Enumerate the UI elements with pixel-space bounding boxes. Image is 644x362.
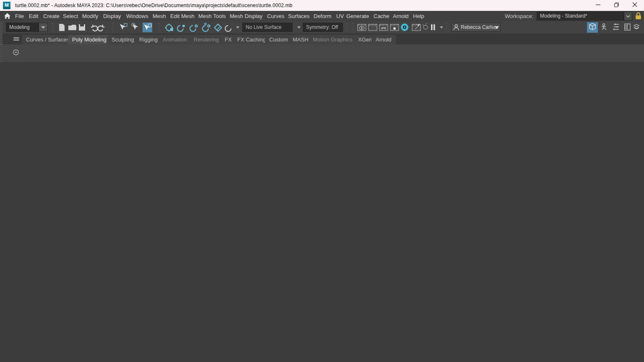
svg-text:M: M — [5, 3, 8, 8]
svg-text:IPR: IPR — [381, 27, 386, 30]
